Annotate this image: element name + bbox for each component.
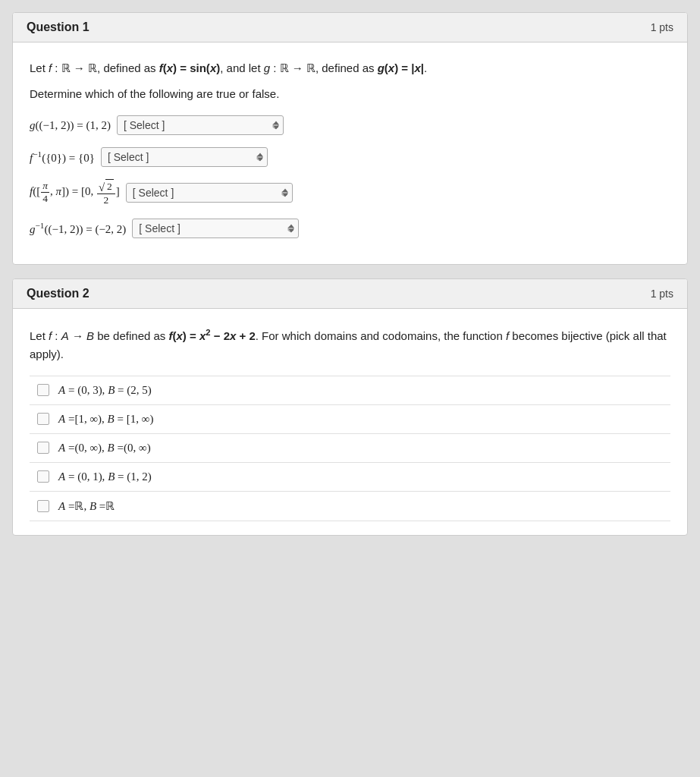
question-1-subtext: Determine which of the following are tru… [30, 85, 670, 103]
statement-2-math: f−1({0}) = {0} [30, 149, 95, 165]
select-wrapper-3: [ Select ] True False [126, 183, 293, 203]
sqrt-2: √2 [99, 179, 114, 193]
checkbox-label-5: A =ℝ, B =ℝ [58, 499, 115, 513]
question-1-pts: 1 pts [651, 21, 673, 33]
checkbox-row-5[interactable]: A =ℝ, B =ℝ [30, 491, 670, 521]
statement-row-2: f−1({0}) = {0} [ Select ] True False [30, 147, 670, 167]
checkbox-1[interactable] [37, 384, 49, 396]
question-2-title: Question 2 [27, 287, 89, 300]
select-wrapper-4: [ Select ] True False [132, 219, 299, 238]
checkbox-5[interactable] [37, 500, 49, 512]
question-2-card: Question 2 1 pts Let f : A → B be define… [12, 278, 688, 536]
statement-row-3: f([π4, π]) = [0, √22] [ Select ] True Fa… [30, 179, 670, 206]
select-2[interactable]: [ Select ] True False [101, 147, 268, 167]
question-1-title: Question 1 [27, 20, 89, 34]
frac-pi4: π4 [41, 180, 49, 205]
checkbox-label-4: A = (0, 1), B = (1, 2) [58, 470, 152, 483]
frac-sqrt2-2: √22 [97, 179, 115, 206]
checkbox-2[interactable] [37, 413, 49, 425]
question-2-body: Let f : A → B be defined as f(x) = x2 − … [13, 309, 687, 535]
checkbox-4[interactable] [37, 470, 49, 483]
checkbox-list: A = (0, 3), B = (2, 5) A =[1, ∞), B = [1… [30, 376, 670, 521]
question-2-intro: Let f : A → B be defined as f(x) = x2 − … [30, 326, 670, 363]
statement-row-4: g−1((−1, 2)) = (−2, 2) [ Select ] True F… [30, 219, 670, 238]
checkbox-3[interactable] [37, 442, 49, 454]
checkbox-row-1[interactable]: A = (0, 3), B = (2, 5) [30, 376, 670, 404]
select-3[interactable]: [ Select ] True False [126, 183, 293, 203]
statement-row-1: g((−1, 2)) = (1, 2) [ Select ] True Fals… [30, 115, 670, 135]
checkbox-row-4[interactable]: A = (0, 1), B = (1, 2) [30, 462, 670, 491]
checkbox-row-3[interactable]: A =(0, ∞), B =(0, ∞) [30, 433, 670, 462]
checkbox-label-2: A =[1, ∞), B = [1, ∞) [58, 413, 153, 426]
question-1-intro: Let f : ℝ → ℝ, defined as f(x) = sin(x),… [30, 59, 670, 77]
question-1-card: Question 1 1 pts Let f : ℝ → ℝ, defined … [12, 12, 688, 265]
statement-4-math: g−1((−1, 2)) = (−2, 2) [30, 221, 126, 236]
question-1-header: Question 1 1 pts [13, 13, 687, 42]
checkbox-label-1: A = (0, 3), B = (2, 5) [58, 384, 152, 397]
question-2-header: Question 2 1 pts [13, 279, 687, 309]
select-1[interactable]: [ Select ] True False [117, 115, 284, 135]
statement-1-math: g((−1, 2)) = (1, 2) [30, 119, 111, 132]
question-2-pts: 1 pts [651, 288, 673, 300]
select-wrapper-1: [ Select ] True False [117, 115, 284, 135]
question-1-body: Let f : ℝ → ℝ, defined as f(x) = sin(x),… [13, 42, 687, 264]
select-wrapper-2: [ Select ] True False [101, 147, 268, 167]
select-4[interactable]: [ Select ] True False [132, 219, 299, 238]
statement-3-math: f([π4, π]) = [0, √22] [30, 179, 120, 206]
checkbox-row-2[interactable]: A =[1, ∞), B = [1, ∞) [30, 404, 670, 433]
checkbox-label-3: A =(0, ∞), B =(0, ∞) [58, 442, 151, 455]
